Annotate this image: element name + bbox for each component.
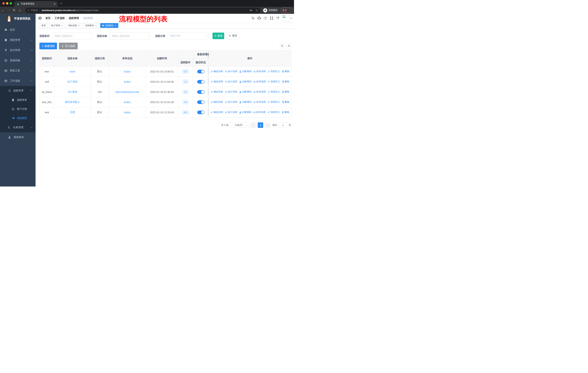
- action-edit[interactable]: 修改流程: [211, 70, 223, 73]
- tag-process-model[interactable]: 流程模型 ✕: [100, 23, 118, 28]
- form-info-link[interactable]: biubiu: [124, 70, 131, 73]
- font-size-icon[interactable]: TT: [275, 17, 281, 20]
- process-name-link[interactable]: 自己审批: [67, 80, 78, 83]
- next-page-button[interactable]: ›: [265, 122, 271, 128]
- tag-close-icon[interactable]: ✕: [95, 24, 97, 27]
- sidebar-item-leave-query[interactable]: 请假查询: [0, 132, 36, 142]
- process-name-link[interactable]: OA 请假: [68, 90, 77, 93]
- bookmark-star-icon[interactable]: ☆: [256, 9, 258, 12]
- toggle-search-button[interactable]: [279, 43, 285, 49]
- form-info-link[interactable]: biubiu: [124, 80, 131, 83]
- caret-down-icon[interactable]: ▾: [291, 17, 292, 20]
- filter-id-input[interactable]: [52, 32, 93, 39]
- version-badge[interactable]: v2: [182, 80, 189, 84]
- help-icon[interactable]: ?: [262, 17, 268, 20]
- create-process-button[interactable]: + 新建流程: [39, 43, 57, 49]
- action-publish[interactable]: 发布流程: [253, 70, 266, 73]
- home-icon[interactable]: ⌂: [17, 9, 23, 12]
- page-size-select[interactable]: 10条/页: [230, 122, 249, 128]
- action-delete[interactable]: 删除: [282, 90, 289, 93]
- action-publish[interactable]: 发布流程: [253, 90, 266, 93]
- action-definition[interactable]: 流程定义: [268, 90, 280, 93]
- sidebar-item-process-form[interactable]: 流程表单: [0, 95, 36, 105]
- version-badge[interactable]: v21: [182, 110, 189, 115]
- form-info-link[interactable]: biubiu: [124, 111, 131, 114]
- sidebar-item-infra[interactable]: 基础设施: [0, 55, 36, 66]
- current-page[interactable]: 1: [258, 122, 263, 128]
- window-minimize-button[interactable]: [6, 2, 8, 5]
- action-assign[interactable]: 分配规则: [239, 111, 252, 114]
- action-assign[interactable]: 分配规则: [239, 70, 252, 73]
- process-name-link[interactable]: eeee: [70, 70, 75, 73]
- action-delete[interactable]: 删除: [282, 80, 289, 83]
- tag-home[interactable]: 首页: [39, 23, 48, 28]
- tag-tenant[interactable]: 租户管理 ✕: [49, 23, 65, 28]
- browser-update-button[interactable]: 更新 ⋮: [281, 8, 292, 13]
- window-zoom-button[interactable]: [10, 2, 12, 5]
- sidebar-item-system[interactable]: 系统管理: [0, 35, 36, 45]
- action-assign[interactable]: 分配规则: [239, 100, 252, 104]
- filter-category-select[interactable]: 流程分类: [168, 32, 208, 39]
- import-process-button[interactable]: 导入流程: [59, 43, 78, 49]
- action-design[interactable]: 设计流程: [225, 80, 237, 83]
- tag-close-icon[interactable]: ✕: [78, 24, 80, 27]
- breadcrumb-home[interactable]: 首页: [45, 17, 51, 20]
- sidebar-item-user-group[interactable]: 用户分组: [0, 105, 36, 114]
- app-logo[interactable]: 芋道管理系统: [0, 14, 36, 23]
- browser-tab[interactable]: 芋道管理系统 ✕: [14, 1, 58, 7]
- action-delete[interactable]: 删除: [282, 111, 289, 114]
- breadcrumb-workflow[interactable]: 工作流程: [54, 17, 65, 20]
- key-icon[interactable]: [250, 9, 253, 12]
- action-definition[interactable]: 流程定义: [268, 70, 280, 73]
- tag-close-icon[interactable]: ✕: [115, 24, 116, 27]
- action-assign[interactable]: 分配规则: [239, 90, 252, 93]
- version-badge[interactable]: v17: [182, 69, 189, 74]
- refresh-table-button[interactable]: ↻: [286, 43, 292, 49]
- sidebar-item-workflow[interactable]: 工作流程: [0, 76, 36, 86]
- sidebar-item-pay[interactable]: ¥ 支付管理: [0, 45, 36, 55]
- breadcrumb-process-mgmt[interactable]: 流程管理: [69, 17, 79, 20]
- search-icon[interactable]: [250, 17, 256, 20]
- github-icon[interactable]: [256, 17, 262, 20]
- reset-button[interactable]: ↻ 重置: [227, 33, 239, 39]
- tag-my-process[interactable]: 我的流程 ✕: [66, 23, 82, 28]
- action-delete[interactable]: 删除: [282, 70, 289, 73]
- goto-page-input[interactable]: [279, 122, 287, 128]
- form-info-link[interactable]: biubiu: [124, 101, 131, 104]
- version-badge[interactable]: v4: [182, 100, 189, 104]
- action-edit[interactable]: 修改流程: [211, 111, 223, 114]
- action-definition[interactable]: 流程定义: [268, 80, 280, 83]
- hamburger-icon[interactable]: [38, 16, 42, 20]
- reload-icon[interactable]: ↻: [11, 8, 17, 12]
- action-edit[interactable]: 修改流程: [211, 100, 223, 104]
- action-design[interactable]: 设计流程: [225, 90, 237, 93]
- active-toggle[interactable]: [197, 80, 205, 84]
- avatar[interactable]: [282, 15, 289, 22]
- fullscreen-icon[interactable]: [268, 17, 275, 20]
- active-toggle[interactable]: [197, 70, 205, 73]
- window-close-button[interactable]: [2, 2, 5, 5]
- action-edit[interactable]: 修改流程: [211, 80, 223, 83]
- sidebar-item-task-mgmt[interactable]: 任务管理: [0, 123, 36, 132]
- action-definition[interactable]: 流程定义: [268, 111, 280, 114]
- sidebar-item-home[interactable]: 首页: [0, 25, 36, 35]
- action-delete[interactable]: 删除: [282, 100, 289, 104]
- version-badge[interactable]: v5: [182, 90, 189, 94]
- search-button[interactable]: 搜索: [212, 33, 224, 39]
- browser-menu-icon[interactable]: ⋮: [289, 9, 291, 12]
- prev-page-button[interactable]: ‹: [251, 122, 256, 128]
- forward-icon[interactable]: →: [6, 9, 11, 12]
- action-assign[interactable]: 分配规则: [239, 80, 252, 83]
- active-toggle[interactable]: [197, 90, 205, 94]
- active-toggle[interactable]: [197, 100, 205, 104]
- active-toggle[interactable]: [197, 111, 205, 114]
- action-design[interactable]: 设计流程: [225, 70, 237, 73]
- filter-name-input[interactable]: [109, 32, 150, 39]
- tab-close-icon[interactable]: ✕: [53, 2, 56, 5]
- action-edit[interactable]: 修改流程: [211, 90, 223, 93]
- action-publish[interactable]: 发布流程: [253, 80, 266, 83]
- sidebar-item-process-model[interactable]: 流程模型: [0, 114, 36, 123]
- action-publish[interactable]: 发布流程: [253, 111, 266, 114]
- action-design[interactable]: 设计流程: [225, 100, 237, 104]
- address-bar[interactable]: ⚠ 不安全 dashboard.yudao.iocoder.cn /bpm/ma…: [25, 8, 260, 13]
